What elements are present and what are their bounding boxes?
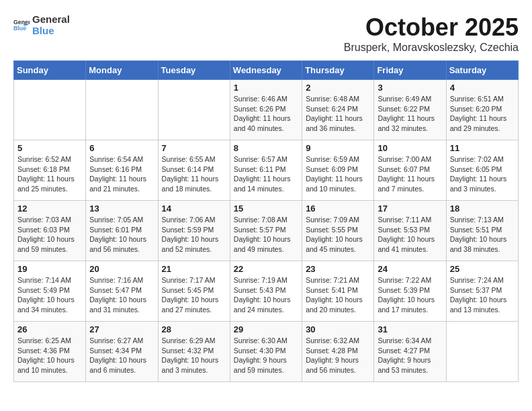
day-info: Sunrise: 7:05 AM Sunset: 6:01 PM Dayligh… — [89, 215, 154, 255]
table-row: 1Sunrise: 6:46 AM Sunset: 6:26 PM Daylig… — [230, 80, 302, 140]
calendar-week-row: 26Sunrise: 6:25 AM Sunset: 4:36 PM Dayli… — [14, 322, 519, 382]
day-info: Sunrise: 6:55 AM Sunset: 6:14 PM Dayligh… — [162, 154, 226, 194]
table-row: 11Sunrise: 7:02 AM Sunset: 6:05 PM Dayli… — [446, 140, 518, 201]
table-row — [158, 80, 230, 140]
day-info: Sunrise: 7:17 AM Sunset: 5:45 PM Dayligh… — [162, 275, 226, 315]
table-row: 24Sunrise: 7:22 AM Sunset: 5:39 PM Dayli… — [374, 261, 446, 322]
day-number: 21 — [162, 264, 226, 274]
day-info: Sunrise: 7:14 AM Sunset: 5:49 PM Dayligh… — [17, 275, 82, 315]
table-row: 20Sunrise: 7:16 AM Sunset: 5:47 PM Dayli… — [86, 261, 158, 322]
day-number: 26 — [17, 324, 82, 334]
day-number: 4 — [450, 83, 515, 93]
day-number: 25 — [450, 264, 515, 274]
day-number: 6 — [89, 143, 154, 153]
day-info: Sunrise: 6:27 AM Sunset: 4:34 PM Dayligh… — [89, 336, 154, 375]
calendar-table: Sunday Monday Tuesday Wednesday Thursday… — [13, 60, 519, 382]
logo: General Blue General Blue — [13, 13, 70, 37]
day-info: Sunrise: 6:30 AM Sunset: 4:30 PM Dayligh… — [234, 336, 298, 375]
day-number: 15 — [234, 203, 298, 214]
table-row: 29Sunrise: 6:30 AM Sunset: 4:30 PM Dayli… — [230, 322, 302, 382]
day-info: Sunrise: 7:03 AM Sunset: 6:03 PM Dayligh… — [17, 215, 82, 255]
day-info: Sunrise: 7:09 AM Sunset: 5:55 PM Dayligh… — [306, 215, 370, 255]
day-info: Sunrise: 7:08 AM Sunset: 5:57 PM Dayligh… — [234, 215, 298, 255]
table-row: 9Sunrise: 6:59 AM Sunset: 6:09 PM Daylig… — [302, 140, 374, 201]
day-number: 9 — [306, 143, 370, 153]
table-row: 18Sunrise: 7:13 AM Sunset: 5:51 PM Dayli… — [446, 201, 518, 261]
day-number: 27 — [89, 324, 154, 334]
day-info: Sunrise: 7:16 AM Sunset: 5:47 PM Dayligh… — [89, 275, 154, 315]
table-row — [446, 322, 518, 382]
day-info: Sunrise: 6:25 AM Sunset: 4:36 PM Dayligh… — [17, 336, 82, 375]
day-number: 5 — [17, 143, 82, 153]
day-number: 29 — [234, 324, 298, 334]
header-wednesday: Wednesday — [230, 61, 302, 80]
title-block: October 2025 Brusperk, Moravskoslezsky, … — [344, 13, 519, 54]
day-number: 12 — [17, 203, 82, 214]
header-sunday: Sunday — [14, 61, 86, 80]
calendar-header-row: Sunday Monday Tuesday Wednesday Thursday… — [14, 61, 519, 80]
calendar-page: General Blue General Blue October 2025 B… — [0, 0, 532, 396]
day-info: Sunrise: 6:51 AM Sunset: 6:20 PM Dayligh… — [450, 94, 515, 134]
day-info: Sunrise: 7:22 AM Sunset: 5:39 PM Dayligh… — [378, 275, 442, 315]
day-number: 30 — [306, 324, 370, 334]
calendar-subtitle: Brusperk, Moravskoslezsky, Czechia — [344, 42, 519, 54]
table-row: 15Sunrise: 7:08 AM Sunset: 5:57 PM Dayli… — [230, 201, 302, 261]
calendar-title: October 2025 — [344, 13, 519, 42]
table-row: 13Sunrise: 7:05 AM Sunset: 6:01 PM Dayli… — [86, 201, 158, 261]
table-row: 30Sunrise: 6:32 AM Sunset: 4:28 PM Dayli… — [302, 322, 374, 382]
table-row: 10Sunrise: 7:00 AM Sunset: 6:07 PM Dayli… — [374, 140, 446, 201]
header-saturday: Saturday — [446, 61, 518, 80]
day-info: Sunrise: 7:11 AM Sunset: 5:53 PM Dayligh… — [378, 215, 442, 255]
table-row: 6Sunrise: 6:54 AM Sunset: 6:16 PM Daylig… — [86, 140, 158, 201]
day-info: Sunrise: 6:34 AM Sunset: 4:27 PM Dayligh… — [378, 336, 442, 375]
table-row: 12Sunrise: 7:03 AM Sunset: 6:03 PM Dayli… — [14, 201, 86, 261]
table-row: 5Sunrise: 6:52 AM Sunset: 6:18 PM Daylig… — [14, 140, 86, 201]
day-info: Sunrise: 6:29 AM Sunset: 4:32 PM Dayligh… — [162, 336, 226, 375]
day-info: Sunrise: 6:57 AM Sunset: 6:11 PM Dayligh… — [234, 154, 298, 194]
table-row: 31Sunrise: 6:34 AM Sunset: 4:27 PM Dayli… — [374, 322, 446, 382]
day-number: 13 — [89, 203, 154, 214]
calendar-week-row: 1Sunrise: 6:46 AM Sunset: 6:26 PM Daylig… — [14, 80, 519, 140]
table-row: 22Sunrise: 7:19 AM Sunset: 5:43 PM Dayli… — [230, 261, 302, 322]
day-info: Sunrise: 6:49 AM Sunset: 6:22 PM Dayligh… — [378, 94, 442, 134]
day-number: 7 — [162, 143, 226, 153]
day-number: 22 — [234, 264, 298, 274]
table-row: 19Sunrise: 7:14 AM Sunset: 5:49 PM Dayli… — [14, 261, 86, 322]
table-row: 16Sunrise: 7:09 AM Sunset: 5:55 PM Dayli… — [302, 201, 374, 261]
day-number: 23 — [306, 264, 370, 274]
table-row: 2Sunrise: 6:48 AM Sunset: 6:24 PM Daylig… — [302, 80, 374, 140]
header-monday: Monday — [86, 61, 158, 80]
table-row: 17Sunrise: 7:11 AM Sunset: 5:53 PM Dayli… — [374, 201, 446, 261]
day-info: Sunrise: 7:21 AM Sunset: 5:41 PM Dayligh… — [306, 275, 370, 315]
table-row: 23Sunrise: 7:21 AM Sunset: 5:41 PM Dayli… — [302, 261, 374, 322]
table-row: 26Sunrise: 6:25 AM Sunset: 4:36 PM Dayli… — [14, 322, 86, 382]
day-info: Sunrise: 6:48 AM Sunset: 6:24 PM Dayligh… — [306, 94, 370, 134]
table-row — [86, 80, 158, 140]
day-info: Sunrise: 6:54 AM Sunset: 6:16 PM Dayligh… — [89, 154, 154, 194]
day-number: 14 — [162, 203, 226, 214]
calendar-week-row: 12Sunrise: 7:03 AM Sunset: 6:03 PM Dayli… — [14, 201, 519, 261]
table-row: 27Sunrise: 6:27 AM Sunset: 4:34 PM Dayli… — [86, 322, 158, 382]
day-number: 18 — [450, 203, 515, 214]
day-number: 10 — [378, 143, 442, 153]
day-info: Sunrise: 7:00 AM Sunset: 6:07 PM Dayligh… — [378, 154, 442, 194]
day-info: Sunrise: 7:02 AM Sunset: 6:05 PM Dayligh… — [450, 154, 515, 194]
table-row: 25Sunrise: 7:24 AM Sunset: 5:37 PM Dayli… — [446, 261, 518, 322]
day-info: Sunrise: 6:46 AM Sunset: 6:26 PM Dayligh… — [234, 94, 298, 134]
day-info: Sunrise: 6:32 AM Sunset: 4:28 PM Dayligh… — [306, 336, 370, 375]
logo-icon: General Blue — [13, 17, 30, 33]
table-row: 4Sunrise: 6:51 AM Sunset: 6:20 PM Daylig… — [446, 80, 518, 140]
day-number: 2 — [306, 83, 370, 93]
day-info: Sunrise: 6:59 AM Sunset: 6:09 PM Dayligh… — [306, 154, 370, 194]
svg-text:Blue: Blue — [13, 25, 26, 32]
day-number: 16 — [306, 203, 370, 214]
day-number: 1 — [234, 83, 298, 93]
table-row: 14Sunrise: 7:06 AM Sunset: 5:59 PM Dayli… — [158, 201, 230, 261]
day-number: 28 — [162, 324, 226, 334]
table-row: 7Sunrise: 6:55 AM Sunset: 6:14 PM Daylig… — [158, 140, 230, 201]
day-number: 31 — [378, 324, 442, 334]
calendar-week-row: 5Sunrise: 6:52 AM Sunset: 6:18 PM Daylig… — [14, 140, 519, 201]
table-row: 3Sunrise: 6:49 AM Sunset: 6:22 PM Daylig… — [374, 80, 446, 140]
day-number: 19 — [17, 264, 82, 274]
day-number: 11 — [450, 143, 515, 153]
